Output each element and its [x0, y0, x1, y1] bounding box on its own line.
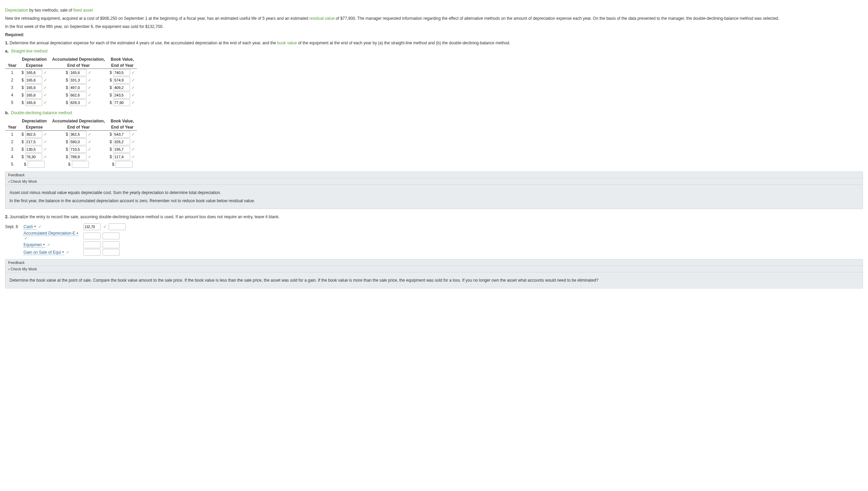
- answer-input[interactable]: [25, 77, 42, 84]
- journal-entry: Sept. 6Cash▼ ✓✓Accumulated Depreciation-…: [5, 223, 863, 256]
- check-icon: ✓: [88, 70, 91, 75]
- account-select[interactable]: Accumulated Depreciation-E▼: [24, 231, 79, 236]
- check-icon: ✓: [66, 250, 69, 255]
- account-select[interactable]: Gain on Sale of Equi▼: [24, 250, 64, 255]
- feedback-title: Feedback: [5, 259, 863, 266]
- check-icon: ✓: [44, 85, 47, 90]
- answer-input[interactable]: [113, 69, 130, 76]
- answer-input[interactable]: [69, 146, 87, 153]
- answer-input[interactable]: [113, 99, 130, 106]
- check-icon: ✓: [131, 147, 135, 152]
- method-link-straight-line[interactable]: Straight-line method: [11, 49, 47, 54]
- feedback-line: Asset cost minus residual value equals d…: [10, 190, 858, 196]
- debit-input[interactable]: [83, 233, 100, 239]
- debit-input[interactable]: [83, 249, 100, 256]
- answer-input[interactable]: [113, 84, 130, 91]
- check-icon: ✓: [131, 154, 135, 159]
- part-a-label: a. Straight-line method: [5, 48, 863, 54]
- table-row: 1$✓$✓$✓: [5, 69, 137, 77]
- check-icon: ✓: [44, 100, 47, 105]
- check-icon: ✓: [103, 224, 107, 229]
- check-icon: ✓: [131, 70, 135, 75]
- feedback-box-2: Feedback ▾Check My Work Determine the bo…: [5, 259, 863, 288]
- check-icon: ✓: [44, 93, 47, 98]
- credit-input[interactable]: [103, 233, 120, 239]
- journal-row: Gain on Sale of Equi▼ ✓: [5, 249, 863, 256]
- check-icon: ✓: [24, 236, 28, 241]
- term-link-residual-value[interactable]: residual value: [309, 16, 335, 21]
- answer-input[interactable]: [113, 138, 130, 145]
- answer-input[interactable]: [113, 92, 130, 99]
- feedback-toggle[interactable]: ▾Check My Work: [5, 266, 863, 272]
- answer-input[interactable]: [25, 99, 42, 106]
- check-icon: ✓: [88, 78, 91, 83]
- part-b-label: b. Double-declining-balance method: [5, 110, 863, 116]
- check-icon: ✓: [44, 139, 47, 144]
- term-link-book-value[interactable]: book value: [277, 41, 297, 45]
- answer-input[interactable]: [113, 153, 130, 160]
- check-icon: ✓: [44, 132, 47, 137]
- check-icon: ✓: [88, 85, 91, 90]
- problem-title: Depreciation by two methods; sale of fix…: [5, 7, 863, 13]
- question-2: 2. Journalize the entry to record the sa…: [5, 214, 863, 220]
- answer-input[interactable]: [69, 77, 87, 84]
- table-row: 4$✓$✓$✓: [5, 91, 137, 99]
- answer-input[interactable]: [69, 153, 87, 160]
- term-link-depreciation[interactable]: Depreciation: [5, 8, 28, 13]
- credit-input[interactable]: [109, 223, 126, 230]
- credit-input[interactable]: [103, 249, 120, 256]
- check-icon: ✓: [44, 154, 47, 159]
- answer-input[interactable]: [25, 138, 42, 145]
- answer-input[interactable]: [69, 92, 87, 99]
- check-icon: ✓: [44, 70, 47, 75]
- account-select[interactable]: Equipmen▼: [24, 242, 45, 248]
- journal-date: Sept. 6: [5, 224, 21, 229]
- answer-input[interactable]: [25, 69, 42, 76]
- feedback-title: Feedback: [5, 172, 863, 178]
- answer-input[interactable]: [69, 138, 87, 145]
- feedback-toggle[interactable]: ▾Check My Work: [5, 178, 863, 185]
- caret-down-icon: ▼: [34, 225, 36, 228]
- method-link-ddb[interactable]: Double-declining-balance method: [11, 110, 72, 115]
- feedback-line: In the first year, the balance in the ac…: [10, 198, 858, 204]
- table-row: 5$✓$✓$✓: [5, 99, 137, 106]
- table-row: 3$✓$✓$✓: [5, 146, 137, 153]
- debit-input[interactable]: [83, 223, 100, 230]
- answer-input[interactable]: [113, 146, 130, 153]
- caret-down-icon: ▾: [8, 180, 10, 183]
- answer-input[interactable]: [25, 84, 42, 91]
- answer-input[interactable]: [113, 77, 130, 84]
- caret-down-icon: ▼: [62, 251, 64, 254]
- check-icon: ✓: [131, 78, 135, 83]
- answer-input[interactable]: [25, 146, 42, 153]
- answer-input[interactable]: [28, 161, 45, 168]
- answer-input[interactable]: [69, 99, 87, 106]
- check-icon: ✓: [88, 154, 91, 159]
- term-link-fixed-asset[interactable]: fixed asset: [73, 8, 93, 13]
- answer-input[interactable]: [25, 153, 42, 160]
- credit-input[interactable]: [103, 241, 120, 248]
- account-select[interactable]: Cash▼: [24, 224, 36, 229]
- table-row: 2$✓$✓$✓: [5, 138, 137, 146]
- check-icon: ✓: [88, 100, 91, 105]
- answer-input[interactable]: [25, 131, 42, 138]
- journal-row: Sept. 6Cash▼ ✓✓: [5, 223, 863, 230]
- problem-para-1: New tire retreading equipment, acquired …: [5, 15, 863, 21]
- answer-input[interactable]: [72, 161, 89, 168]
- answer-input[interactable]: [25, 92, 42, 99]
- check-icon: ✓: [44, 147, 47, 152]
- required-label: Required:: [5, 32, 863, 38]
- answer-input[interactable]: [69, 131, 87, 138]
- debit-input[interactable]: [83, 241, 100, 248]
- answer-input[interactable]: [69, 69, 87, 76]
- problem-para-2: In the first week of the fifth year, on …: [5, 24, 863, 30]
- answer-input[interactable]: [115, 161, 133, 168]
- table-row: 4$✓$✓$✓: [5, 153, 137, 161]
- answer-input[interactable]: [69, 84, 87, 91]
- answer-input[interactable]: [113, 131, 130, 138]
- check-icon: ✓: [88, 93, 91, 98]
- table-row: 5$$$: [5, 161, 137, 168]
- journal-row: Equipmen▼ ✓: [5, 241, 863, 248]
- check-icon: ✓: [131, 132, 135, 137]
- check-icon: ✓: [47, 242, 50, 247]
